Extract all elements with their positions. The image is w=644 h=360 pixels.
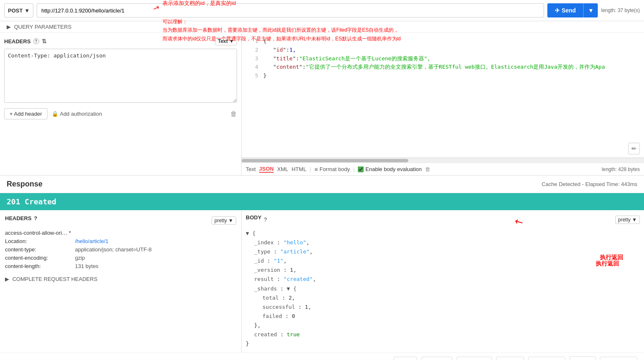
add-auth-button[interactable]: 🔒 Add authorization <box>52 111 102 117</box>
body-tab-text[interactable]: Text <box>246 166 256 172</box>
headers-info-icon[interactable]: ? <box>33 38 39 44</box>
enable-eval-checkbox[interactable] <box>358 166 364 172</box>
request-button[interactable]: ⊞ 2Request <box>528 357 565 360</box>
triangle-icon: ▶ <box>7 24 11 30</box>
add-header-button[interactable]: + Add header <box>4 108 47 119</box>
json-id-line: _id : "1", <box>254 256 640 266</box>
resp-header-value-1[interactable]: /hello/article/1 <box>75 238 108 244</box>
method-select[interactable]: POST ▼ <box>4 3 33 17</box>
status-bar: 201 Created <box>0 193 644 210</box>
bottom-button[interactable]: ⊙ Bottom <box>421 357 452 360</box>
headers-text: HEADERS <box>4 38 31 45</box>
resp-header-value-3: gzip <box>75 255 85 261</box>
length-info: length: 37 byte(s) <box>601 7 640 13</box>
headers-label-row: HEADERS ? ⇅ Text ▼ <box>4 37 237 45</box>
method-label: POST <box>8 7 22 14</box>
format-body-button[interactable]: ≡ Format body <box>315 166 350 173</box>
body-tab-json[interactable]: JSON <box>259 166 274 173</box>
json-type-line: _type : "article", <box>254 247 640 256</box>
trash-icon[interactable]: 🗑 <box>230 110 237 118</box>
json-close: } <box>246 339 640 348</box>
top-button[interactable]: ⊙ Top <box>394 357 417 360</box>
body-tab-html[interactable]: HTML <box>292 166 306 172</box>
body-trash-icon[interactable]: 🗑 <box>425 166 430 172</box>
request-section: HEADERS ? ⇅ Text ▼ Content-Type: applica… <box>0 33 644 176</box>
send-button[interactable]: ✈ Send ▼ <box>547 3 598 17</box>
response-header-bar: Response Cache Detected - Elapsed Time: … <box>0 176 644 193</box>
enable-eval-text: Enable body evaluation <box>365 166 422 172</box>
bottom-toolbar: ⊙ Top ⊙ Bottom ▣ Collapse ▣ Open ⊞ 2Requ… <box>0 353 644 360</box>
exec-return-annotation: 执行返回 <box>596 260 619 268</box>
body-toolbar: Text JSON XML HTML | ≡ Format body | Ena… <box>242 163 644 175</box>
resp-header-value-4: 131 bytes <box>75 263 98 269</box>
json-successful-line: successful : 1, <box>262 303 640 312</box>
query-params-label: QUERY PARAMETERS <box>14 24 72 30</box>
resp-header-row-0: access-control-allow-ori… * <box>5 230 236 236</box>
sort-icon[interactable]: ⇅ <box>42 38 47 45</box>
open-button[interactable]: ▣ Open <box>496 357 524 360</box>
method-arrow: ▼ <box>24 7 30 14</box>
edit-icon[interactable]: ✏ <box>628 143 640 154</box>
body-tab-xml[interactable]: XML <box>277 166 288 172</box>
resp-header-name-3: content-encoding: <box>5 255 72 261</box>
json-line-open: ▼ { <box>246 229 640 238</box>
resp-header-row-3: content-encoding: gzip <box>5 255 236 261</box>
complete-request-arrow: ▶ <box>5 276 9 282</box>
response-title: Response <box>7 180 42 189</box>
collapse-button[interactable]: ▣ Collapse <box>457 357 492 360</box>
format-body-label: Format body <box>320 166 350 172</box>
code-area[interactable]: 1 { 2 "id": 1, 3 "title": "ElasticSearch… <box>242 33 644 158</box>
resp-header-name-1: Location: <box>5 238 72 244</box>
resp-headers-info-icon[interactable]: ? <box>34 215 37 221</box>
body-info-icon[interactable]: ? <box>264 216 267 223</box>
body-pretty-select[interactable]: pretty ▼ <box>615 216 640 224</box>
url-bar: POST ▼ ✈ Send ▼ length: 37 byte(s) 表示添加文… <box>0 0 644 21</box>
lock-icon: 🔒 <box>52 111 58 117</box>
json-shards-line: _shards : ▼ { <box>254 284 640 293</box>
enable-eval-label[interactable]: Enable body evaluation <box>358 166 422 172</box>
download-button[interactable]: ⬇ Download <box>600 357 637 360</box>
code-line-4: 4 "content": "它提供了一个分布式多用户能力的全文搜索引擎，基于RE… <box>242 63 644 72</box>
header-textarea[interactable]: Content-Type: application/json <box>4 49 237 103</box>
complete-request-toggle[interactable]: ▶ COMPLETE REQUEST HEADERS <box>5 276 236 282</box>
format-icon: ≡ <box>315 166 318 173</box>
resp-header-name-2: content-type: <box>5 246 72 253</box>
response-body: HEADERS ? pretty ▼ access-control-allow-… <box>0 210 644 353</box>
json-result-line: result : "created", <box>254 275 640 284</box>
code-line-2: 2 "id": 1, <box>242 46 644 55</box>
resp-header-row-1: Location: /hello/article/1 <box>5 238 236 244</box>
add-auth-label: Add authorization <box>60 111 102 117</box>
status-code: 201 Created <box>7 197 56 206</box>
response-body-panel: BODY ? pretty ▼ ↘ 执行返回 ▼ { _index <box>242 210 644 353</box>
resp-header-row-4: content-length: 131 bytes <box>5 263 236 269</box>
text-select[interactable]: Text ▼ <box>215 37 237 45</box>
resp-headers-label: HEADERS ? <box>5 215 37 221</box>
code-line-3: 3 "title": "ElasticSearch是一个基于Lucene的搜索服… <box>242 55 644 63</box>
json-response: ▼ { _index : "hello", _type : "article",… <box>246 229 640 348</box>
send-arrow[interactable]: ▼ <box>583 3 598 17</box>
action-row: + Add header 🔒 Add authorization 🗑 <box>4 108 237 119</box>
body-section-label: BODY <box>246 214 262 221</box>
resp-pretty-select[interactable]: pretty ▼ <box>212 216 236 225</box>
resp-header-row-2: content-type: application/json; charset=… <box>5 246 236 253</box>
elapsed-time: Cache Detected - Elapsed Time: 443ms <box>542 181 637 187</box>
url-input[interactable] <box>37 3 544 17</box>
code-line-1: 1 { <box>242 37 644 46</box>
json-version-line: _version : 1, <box>254 266 640 275</box>
code-line-5: 5 } <box>242 72 644 80</box>
resp-header-name-4: content-length: <box>5 263 72 269</box>
scrollbar-thumb[interactable] <box>242 159 408 162</box>
headers-panel: HEADERS ? ⇅ Text ▼ Content-Type: applica… <box>0 33 242 175</box>
copy-button[interactable]: ⧉ Copy <box>569 356 596 360</box>
response-section: Response Cache Detected - Elapsed Time: … <box>0 176 644 360</box>
response-headers-panel: HEADERS ? pretty ▼ access-control-allow-… <box>0 210 242 353</box>
query-params-row[interactable]: ▶ QUERY PARAMETERS <box>0 21 644 33</box>
json-index-line: _index : "hello", <box>254 238 640 247</box>
code-panel: 1 { 2 "id": 1, 3 "title": "ElasticSearch… <box>242 33 644 175</box>
json-shards-close: }, <box>254 321 640 330</box>
horizontal-scrollbar[interactable] <box>242 158 644 163</box>
body-length: length: 428 bytes <box>602 166 640 172</box>
complete-request-label: COMPLETE REQUEST HEADERS <box>12 276 97 282</box>
json-total-line: total : 2, <box>262 293 640 303</box>
resp-header-name-0: access-control-allow-ori… * <box>5 230 72 236</box>
